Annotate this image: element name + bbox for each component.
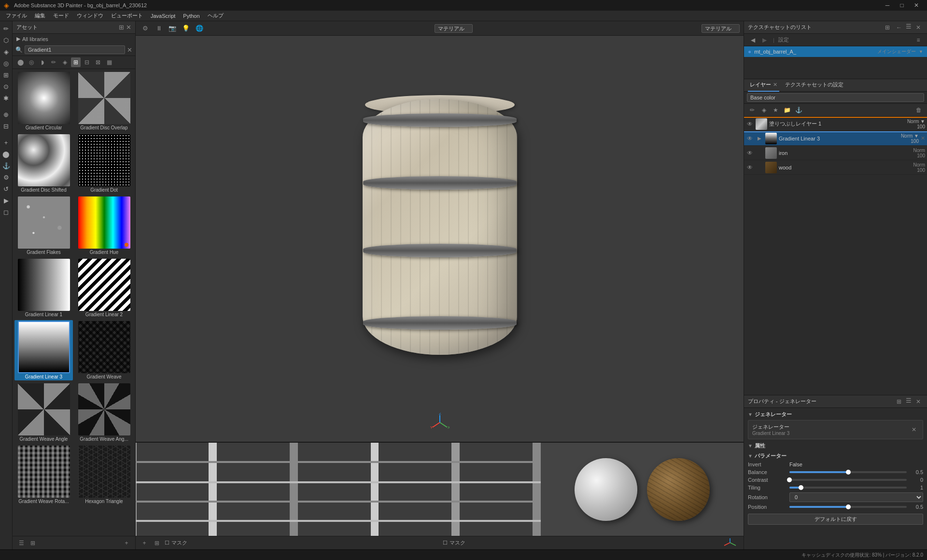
blend-mode-dropdown[interactable]: Base color — [747, 93, 924, 102]
tab-layers[interactable]: レイヤー ✕ — [748, 79, 779, 92]
menu-edit[interactable]: 編集 — [31, 11, 49, 21]
layers-delete[interactable]: 🗑 — [913, 105, 924, 115]
layers-add-paintlayer[interactable]: ✏ — [747, 105, 758, 115]
viewport-3d[interactable]: X Y Z — [136, 36, 744, 442]
tool-anchor[interactable]: ⚓ — [1, 160, 12, 171]
menu-help[interactable]: ヘルプ — [204, 11, 227, 21]
table-row[interactable]: 👁 wood Norm 100 — [744, 160, 927, 175]
contrast-slider-handle[interactable] — [787, 477, 792, 482]
balance-slider-handle[interactable] — [846, 470, 851, 475]
generator-section-header[interactable]: ▼ ジェネレーター — [748, 411, 923, 418]
layer-visibility-btn-1[interactable]: 👁 — [746, 121, 754, 127]
list-item[interactable]: Gradient Circular — [14, 71, 73, 131]
tab-textureset-settings[interactable]: テクスチャセットの設定 — [783, 79, 845, 92]
tiling-slider-handle[interactable] — [799, 485, 803, 490]
filter-brush[interactable]: ✏ — [49, 57, 58, 67]
tool-bake[interactable]: ◻ — [1, 207, 12, 217]
tool-smudge[interactable]: ✱ — [1, 93, 12, 103]
tool-settings[interactable]: ⚙ — [1, 172, 12, 182]
textureset-menu-icon[interactable]: ≡ — [913, 35, 923, 45]
textureset-dock-icon[interactable]: ⊞ — [883, 23, 892, 32]
viewport-material-dropdown-left[interactable]: マテリアル — [435, 24, 473, 33]
filter-texture[interactable]: ◈ — [60, 57, 70, 67]
close-button[interactable]: ✕ — [910, 0, 923, 11]
list-item[interactable]: Gradient Weave — [75, 320, 133, 380]
menu-file[interactable]: ファイル — [2, 11, 31, 21]
tool-select[interactable]: ⬡ — [1, 35, 12, 45]
viewport-add-channel-btn[interactable]: + — [140, 538, 149, 548]
default-btn[interactable]: デフォルトに戻す — [748, 514, 923, 525]
mask-checkbox-icon[interactable]: ☐ — [165, 540, 169, 546]
mask-checkbox-icon-right[interactable]: ☐ — [443, 540, 448, 546]
viewport-pause-btn[interactable]: ⏸ — [153, 23, 165, 34]
tool-symmetry[interactable]: ⬤ — [1, 149, 12, 159]
textureset-right-arrow[interactable]: ▶ — [759, 35, 769, 45]
params-section-header[interactable]: ▼ パラメーター — [748, 452, 923, 460]
assets-dock-btn[interactable]: ⊞ — [119, 24, 124, 31]
menu-viewport[interactable]: ビューポート — [107, 11, 147, 21]
list-item[interactable]: Gradient Weave Angle — [14, 382, 73, 443]
table-row[interactable]: 👁 ▶ Gradient Linear 3 Norm ▼ 100 ✕ — [744, 131, 927, 146]
attributes-section-header[interactable]: ▼ 属性 — [748, 442, 923, 449]
tool-paint[interactable]: ✏ — [1, 23, 12, 34]
textureset-item[interactable]: ● mt_obj_barrel_A_ メインシェーダー ▼ — [744, 46, 927, 57]
list-item[interactable]: Gradient Linear 1 — [14, 258, 73, 318]
list-item[interactable]: Hexagon Triangle — [75, 445, 133, 505]
list-item[interactable]: Gradient Weave Ang... — [75, 382, 133, 443]
balance-slider-track[interactable] — [789, 471, 907, 473]
filter-generator[interactable]: ⊠ — [93, 57, 103, 67]
tool-fill[interactable]: ◈ — [1, 46, 12, 57]
maximize-button[interactable]: □ — [895, 0, 909, 11]
properties-settings-icon[interactable]: ☰ — [906, 397, 912, 406]
layers-add-folder[interactable]: 📁 — [782, 105, 792, 115]
menu-mode[interactable]: モード — [49, 11, 73, 21]
filter-alpha[interactable]: ⊞ — [71, 57, 81, 67]
layer-expand-icon-2[interactable]: ▶ — [756, 133, 763, 144]
contrast-slider-track[interactable] — [789, 479, 907, 481]
tool-view3d[interactable]: ⊕ — [1, 109, 12, 120]
layers-add-effect[interactable]: ★ — [770, 105, 781, 115]
properties-close-icon[interactable]: ✕ — [913, 397, 923, 406]
tool-brush[interactable]: ◎ — [1, 58, 12, 69]
menu-javascript[interactable]: JavaScript — [147, 11, 179, 21]
filter-smartmaterial[interactable]: ◎ — [27, 57, 36, 67]
textureset-left-arrow[interactable]: ◀ — [748, 35, 758, 45]
tool-history[interactable]: ↺ — [1, 183, 12, 194]
layer-visibility-btn-4[interactable]: 👁 — [746, 164, 754, 171]
table-row[interactable]: 👁 iron Norm 100 — [744, 146, 927, 160]
layers-add-anchor[interactable]: ⚓ — [793, 105, 804, 115]
viewport-env-btn[interactable]: 🌐 — [194, 23, 205, 34]
viewport-light-btn[interactable]: 💡 — [180, 23, 192, 34]
list-item[interactable]: Gradient Linear 2 — [75, 258, 133, 318]
textureset-close-icon[interactable]: ✕ — [913, 23, 923, 32]
textureset-item-arrow[interactable]: ▼ — [919, 49, 923, 54]
position-slider-track[interactable] — [789, 506, 907, 508]
list-item[interactable]: Gradient Disc Overlap — [75, 71, 133, 131]
menu-window[interactable]: ウィンドウ — [73, 11, 107, 21]
assets-list-btn[interactable]: ☰ — [16, 538, 26, 548]
generator-close-btn[interactable]: ✕ — [909, 425, 919, 434]
search-clear-btn[interactable]: ✕ — [127, 46, 132, 54]
assets-add-btn[interactable]: + — [122, 538, 131, 548]
tool-erase[interactable]: ⊞ — [1, 70, 12, 80]
layer-visibility-btn-3[interactable]: 👁 — [746, 150, 754, 156]
list-item[interactable]: Gradient Hue — [75, 196, 133, 256]
breadcrumb-text[interactable]: All libraries — [22, 36, 48, 42]
search-input[interactable] — [25, 45, 125, 54]
list-item[interactable]: Gradient Weave Rota... — [14, 445, 73, 505]
filter-filter[interactable]: ⊟ — [82, 57, 92, 67]
viewport-toolbar-settings[interactable]: ⚙ — [140, 23, 151, 34]
viewport-frame-btn[interactable]: ⊞ — [152, 538, 162, 548]
list-item[interactable]: Gradient Flakes — [14, 196, 73, 256]
layers-add-filllayer[interactable]: ◈ — [758, 105, 769, 115]
filter-material[interactable]: ◗ — [38, 57, 47, 67]
list-item[interactable]: Gradient Dot — [75, 133, 133, 194]
viewport-camera-btn[interactable]: 📷 — [167, 23, 178, 34]
layer-visibility-btn-2[interactable]: 👁 — [746, 135, 754, 142]
filter-grid[interactable]: ▦ — [104, 57, 114, 67]
tool-add-layer[interactable]: + — [1, 137, 12, 148]
layer-close-btn-2[interactable]: ✕ — [921, 135, 925, 141]
tab-layers-close[interactable]: ✕ — [773, 82, 777, 88]
table-row[interactable]: 👁 塗りつぶしレイヤー 1 Norm ▼ 100 — [744, 117, 927, 131]
menu-python[interactable]: Python — [179, 11, 203, 21]
